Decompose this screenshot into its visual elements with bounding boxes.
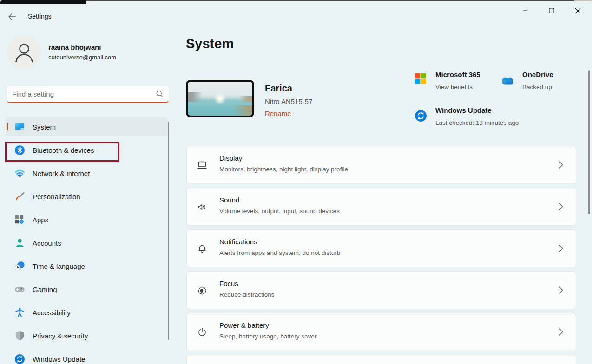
windows-update-title[interactable]: Windows Update: [435, 106, 492, 114]
main-scrollbar[interactable]: [588, 70, 590, 214]
onedrive-icon: [500, 76, 516, 85]
page-title: System: [186, 36, 234, 52]
device-wallpaper-thumbnail: [186, 80, 254, 117]
personalization-icon: [14, 191, 25, 202]
close-icon: [575, 8, 581, 14]
sidebar-item-privacy-security[interactable]: Privacy & security: [6, 326, 168, 345]
microsoft-365-subtitle: View benefits: [435, 84, 473, 91]
chevron-right-icon: [556, 158, 566, 171]
row-label: Sound: [219, 196, 239, 204]
back-button[interactable]: [6, 11, 19, 22]
row-description: Alerts from apps and system, do not dist…: [219, 249, 340, 256]
person-icon: [7, 35, 41, 69]
user-name: raaina bhojwani: [48, 43, 101, 51]
sidebar-item-system[interactable]: System: [6, 117, 168, 136]
power-battery-icon: [197, 327, 208, 338]
close-button[interactable]: [567, 3, 588, 19]
settings-row-display[interactable]: Display Monitors, brightness, night ligh…: [186, 146, 576, 184]
thumbnail-shore: [226, 105, 252, 116]
sidebar-item-label: Apps: [33, 216, 48, 224]
device-name: Farica: [265, 83, 292, 94]
row-description: Monitors, brightness, night light, displ…: [219, 166, 348, 173]
row-description: Volume levels, output, input, sound devi…: [219, 208, 340, 214]
sidebar-item-bluetooth-devices[interactable]: Bluetooth & devices: [6, 141, 168, 159]
microsoft-365-title[interactable]: Microsoft 365: [435, 71, 480, 78]
microsoft-365-icon: [414, 73, 427, 85]
sidebar-item-gaming[interactable]: Gaming: [6, 280, 168, 299]
onedrive-subtitle: Backed up: [522, 84, 552, 91]
system-icon: [14, 121, 25, 132]
device-model: Nitro AN515-57: [265, 98, 313, 105]
windows-update-icon: [414, 110, 427, 122]
sidebar-item-time-language[interactable]: Time & language: [6, 257, 168, 275]
sidebar-item-label: Gaming: [33, 286, 57, 293]
sidebar-item-label: Bluetooth & devices: [33, 146, 94, 154]
text-cursor: [11, 90, 11, 98]
thumbnail-mountain-right: [236, 96, 252, 102]
apps-icon: [14, 214, 25, 225]
minimize-icon: [522, 8, 528, 13]
time-language-icon: [14, 260, 25, 272]
sidebar-item-windows-update[interactable]: Windows Update: [6, 350, 168, 364]
search-icon: [155, 90, 164, 98]
gaming-icon: [14, 284, 25, 295]
sidebar-item-label: Privacy & security: [33, 332, 88, 340]
sidebar-item-apps[interactable]: Apps: [6, 210, 168, 229]
minimize-button[interactable]: [514, 3, 536, 19]
avatar: [7, 35, 41, 69]
privacy-security-icon: [14, 330, 25, 341]
bluetooth-icon: [14, 144, 25, 156]
sidebar-item-label: Time & language: [33, 262, 85, 270]
settings-row-partial[interactable]: [186, 355, 576, 364]
sidebar-item-label: Accessibility: [33, 309, 71, 317]
sidebar-item-network-internet[interactable]: Network & internet: [6, 164, 168, 182]
row-label: Notifications: [219, 238, 257, 246]
focus-icon: [197, 285, 208, 296]
search-input[interactable]: [12, 90, 155, 98]
back-arrow-icon: [7, 12, 17, 22]
onedrive-title[interactable]: OneDrive: [522, 71, 553, 78]
row-label: Focus: [219, 280, 238, 287]
row-description: Sleep, battery usage, battery saver: [219, 333, 316, 340]
sidebar-item-label: Network & internet: [33, 169, 90, 177]
selected-indicator: [7, 123, 8, 130]
row-description: Reduce distractions: [219, 291, 275, 298]
chevron-right-icon: [556, 200, 566, 213]
rename-link[interactable]: Rename: [265, 110, 291, 117]
settings-row-focus[interactable]: Focus Reduce distractions: [186, 271, 576, 309]
row-label: Power & battery: [219, 321, 269, 329]
search-box[interactable]: [7, 86, 169, 103]
windows-update-subtitle: Last checked: 18 minutes ago: [435, 119, 519, 126]
sidebar-item-accessibility[interactable]: Accessibility: [6, 303, 168, 322]
sidebar-scrollbar[interactable]: [168, 122, 169, 340]
accessibility-icon: [14, 307, 25, 318]
settings-window: Settings raaina bhojwani cuteuniverse@gm…: [0, 0, 592, 364]
sidebar-item-label: Accounts: [33, 239, 61, 247]
sidebar-item-label: Windows Update: [33, 355, 85, 363]
network-icon: [14, 168, 25, 179]
sidebar-item-accounts[interactable]: Accounts: [6, 234, 168, 252]
accounts-icon: [14, 237, 25, 248]
background-window-strip: [0, 0, 86, 4]
notifications-icon: [197, 243, 208, 254]
sidebar-item-label: Personalization: [33, 193, 80, 201]
chevron-right-icon: [556, 284, 566, 297]
sound-icon: [197, 202, 208, 213]
user-email: cuteuniverse@gmail.com: [48, 54, 116, 61]
maximize-button[interactable]: [541, 3, 562, 19]
window-top-edge: [0, 0, 592, 1]
app-title: Settings: [28, 13, 52, 20]
sidebar-nav: System Bluetooth & devices Network & int…: [6, 117, 168, 364]
sidebar-item-label: System: [33, 123, 56, 131]
maximize-icon: [549, 8, 554, 13]
settings-row-power-battery[interactable]: Power & battery Sleep, battery usage, ba…: [186, 313, 576, 351]
chevron-right-icon: [556, 242, 566, 255]
chevron-right-icon: [556, 325, 566, 338]
thumbnail-mountain-left: [188, 92, 207, 102]
sidebar-item-personalization[interactable]: Personalization: [6, 187, 168, 206]
row-label: Display: [219, 154, 242, 162]
settings-row-sound[interactable]: Sound Volume levels, output, input, soun…: [186, 188, 576, 226]
settings-row-notifications[interactable]: Notifications Alerts from apps and syste…: [186, 229, 576, 267]
windows-update-icon: [14, 353, 25, 364]
display-icon: [197, 160, 208, 171]
